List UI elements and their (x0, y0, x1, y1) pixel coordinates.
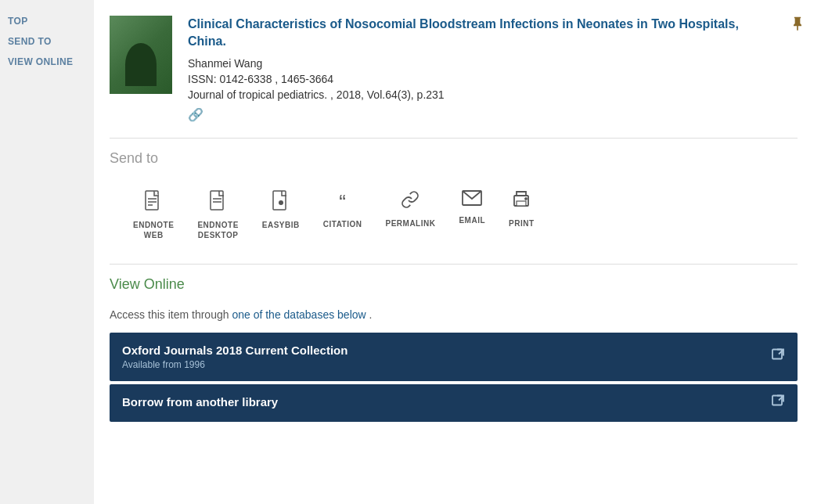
easybib-icon (272, 190, 290, 215)
endnote-web-icon (145, 190, 162, 215)
endnote-web-button[interactable]: ENDNOTEWEB (133, 190, 174, 240)
main-content: Clinical Characteristics of Nosocomial B… (94, 0, 821, 504)
svg-rect-11 (517, 201, 526, 206)
sidebar: TOP SEND TO VIEW ONLINE (0, 0, 94, 504)
database-title-oxford: Oxford Journals 2018 Current Collection (122, 344, 758, 357)
svg-rect-7 (273, 191, 286, 210)
issn-values: 0142-6338 , 1465-3664 (219, 73, 333, 85)
article-meta: Clinical Characteristics of Nosocomial B… (188, 16, 798, 122)
sidebar-item-top[interactable]: TOP (8, 16, 86, 27)
sidebar-item-send-to[interactable]: SEND TO (8, 36, 86, 47)
endnote-desktop-label: ENDNOTEDESKTOP (197, 220, 238, 240)
issn-label: ISSN: (188, 73, 217, 85)
article-permalink-icon[interactable]: 🔗 (188, 107, 798, 122)
send-to-divider (110, 138, 798, 139)
article-header: Clinical Characteristics of Nosocomial B… (110, 16, 798, 122)
permalink-label: PERMALINK (386, 218, 436, 229)
easybib-button[interactable]: EASYBIB (262, 190, 300, 240)
database-title-borrow: Borrow from another library (122, 395, 758, 409)
print-label: PRINT (509, 218, 535, 229)
print-icon (511, 190, 531, 214)
external-link-icon-oxford (771, 347, 785, 365)
svg-rect-15 (772, 395, 782, 405)
permalink-button[interactable]: PERMALINK (386, 190, 436, 240)
send-to-title: Send to (110, 150, 798, 167)
article-issn: ISSN: 0142-6338 , 1465-3664 (188, 73, 798, 85)
svg-rect-13 (772, 349, 782, 358)
svg-point-12 (525, 198, 527, 200)
article-thumbnail (110, 16, 172, 94)
send-to-icons: ENDNOTEWEB ENDNOTEDESKTOP (110, 182, 798, 248)
view-online-title: View Online (110, 276, 798, 293)
citation-icon: “ (339, 190, 346, 214)
view-online-divider (110, 264, 798, 265)
article-author: Shanmei Wang (188, 57, 798, 70)
permalink-icon (401, 190, 420, 214)
access-text-after: . (369, 308, 373, 321)
email-icon (462, 190, 482, 211)
svg-point-8 (279, 200, 283, 205)
svg-rect-4 (211, 191, 223, 210)
database-item-oxford[interactable]: Oxford Journals 2018 Current Collection … (110, 333, 798, 381)
endnote-desktop-button[interactable]: ENDNOTEDESKTOP (197, 190, 238, 240)
pin-icon[interactable] (790, 16, 805, 34)
database-item-borrow[interactable]: Borrow from another library (110, 384, 798, 422)
database-sub-oxford: Available from 1996 (122, 359, 758, 370)
access-text-before: Access this item through (110, 308, 232, 321)
print-button[interactable]: PRINT (509, 190, 535, 240)
access-link[interactable]: one of the databases below (232, 308, 365, 321)
citation-label: CITATION (323, 219, 362, 229)
email-button[interactable]: EMAIL (459, 190, 485, 240)
endnote-desktop-icon (210, 190, 227, 215)
access-text: Access this item through one of the data… (110, 308, 798, 321)
article-title: Clinical Characteristics of Nosocomial B… (188, 16, 798, 51)
article-journal: Journal of tropical pediatrics. , 2018, … (188, 88, 798, 101)
citation-button[interactable]: “ CITATION (323, 190, 362, 240)
endnote-web-label: ENDNOTEWEB (133, 220, 174, 240)
email-label: EMAIL (459, 215, 485, 225)
sidebar-item-view-online[interactable]: VIEW ONLINE (8, 56, 86, 67)
easybib-label: EASYBIB (262, 220, 300, 230)
external-link-icon-borrow (771, 394, 785, 412)
